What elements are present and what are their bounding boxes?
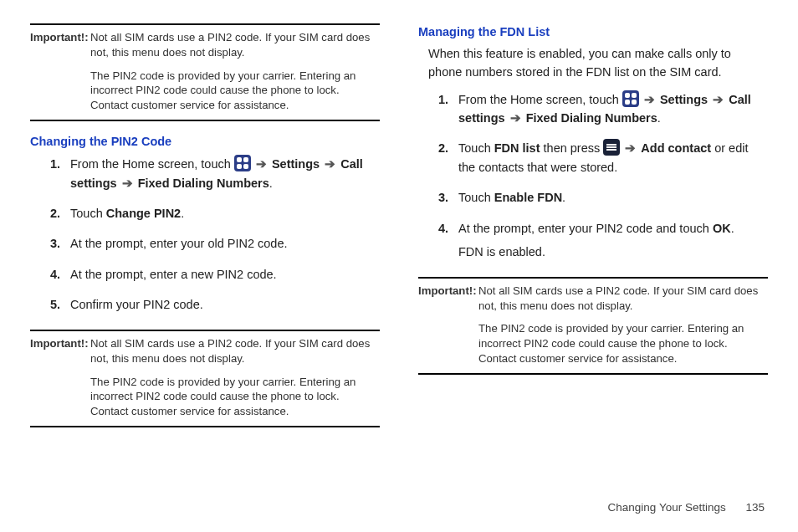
important-text-2: The PIN2 code is provided by your carrie… (90, 375, 380, 419)
important-note-bottom-left: Important!: Not all SIM cards use a PIN2… (30, 330, 380, 427)
important-text-1: Not all SIM cards use a PIN2 code. If yo… (90, 30, 380, 60)
step-text: then press (540, 141, 604, 155)
step-result: FDN is enabled. (458, 243, 768, 261)
settings-label: Settings (660, 93, 708, 106)
important-note-top: Important!: Not all SIM cards use a PIN2… (30, 23, 380, 121)
step-1: From the Home screen, touch ➔ Settings ➔… (438, 90, 768, 128)
arrow-icon: ➔ (323, 157, 337, 171)
steps-fdn-list: From the Home screen, touch ➔ Settings ➔… (418, 90, 768, 262)
period: . (731, 222, 734, 235)
important-text-1: Not all SIM cards use a PIN2 code. If yo… (478, 284, 768, 314)
fdn-label: Fixed Dialing Numbers (526, 111, 657, 125)
fdn-intro-text: When this feature is enabled, you can ma… (428, 45, 768, 82)
step-1: From the Home screen, touch ➔ Settings ➔… (50, 155, 380, 192)
enable-fdn-label: Enable FDN (494, 191, 562, 204)
apps-icon (622, 90, 639, 107)
important-text-2: The PIN2 code is provided by your carrie… (478, 321, 768, 366)
heading-fdn-list: Managing the FDN List (418, 25, 768, 38)
step-text: From the Home screen, touch (70, 157, 234, 171)
important-text-2: The PIN2 code is provided by your carrie… (90, 69, 380, 113)
step-5: Confirm your PIN2 code. (50, 295, 380, 314)
step-text: From the Home screen, touch (458, 93, 622, 106)
step-text: Touch (70, 207, 106, 220)
step-text: Touch (458, 191, 494, 204)
period: . (562, 191, 565, 204)
arrow-icon: ➔ (711, 93, 725, 106)
right-column: Managing the FDN List When this feature … (418, 23, 768, 427)
fdn-label: Fixed Dialing Numbers (138, 176, 269, 190)
apps-icon (234, 155, 251, 171)
heading-change-pin2: Changing the PIN2 Code (30, 135, 380, 148)
step-3: Touch Enable FDN. (438, 188, 768, 207)
settings-label: Settings (272, 157, 320, 171)
change-pin2-label: Change PIN2 (106, 207, 181, 220)
step-text: At the prompt, enter your PIN2 code and … (458, 222, 713, 235)
add-contact-label: Add contact (641, 141, 711, 155)
menu-icon (603, 139, 620, 156)
important-label: Important!: (30, 30, 90, 60)
two-column-layout: Important!: Not all SIM cards use a PIN2… (30, 23, 768, 427)
steps-change-pin2: From the Home screen, touch ➔ Settings ➔… (30, 155, 380, 315)
arrow-icon: ➔ (509, 111, 523, 125)
important-label: Important!: (418, 284, 478, 314)
page-number: 135 (745, 501, 765, 514)
arrow-icon: ➔ (120, 176, 135, 190)
step-2: Touch Change PIN2. (50, 204, 380, 223)
step-text: Touch (458, 141, 494, 155)
step-4: At the prompt, enter your PIN2 code and … (438, 219, 768, 262)
step-3: At the prompt, enter your old PIN2 code. (50, 234, 380, 253)
step-4: At the prompt, enter a new PIN2 code. (50, 265, 380, 284)
left-column: Important!: Not all SIM cards use a PIN2… (30, 23, 380, 427)
period: . (657, 111, 661, 125)
page-footer: Changing Your Settings 135 (608, 501, 765, 514)
arrow-icon: ➔ (642, 93, 657, 106)
important-note-right: Important!: Not all SIM cards use a PIN2… (418, 277, 768, 375)
important-label: Important!: (30, 336, 90, 366)
period: . (269, 176, 273, 190)
period: . (181, 207, 184, 220)
step-2: Touch FDN list then press ➔ Add contact … (438, 139, 768, 176)
arrow-icon: ➔ (254, 157, 269, 171)
arrow-icon: ➔ (623, 141, 637, 155)
important-text-1: Not all SIM cards use a PIN2 code. If yo… (90, 336, 380, 366)
footer-section: Changing Your Settings (608, 501, 726, 514)
ok-label: OK (713, 222, 731, 235)
fdn-list-label: FDN list (494, 141, 540, 155)
